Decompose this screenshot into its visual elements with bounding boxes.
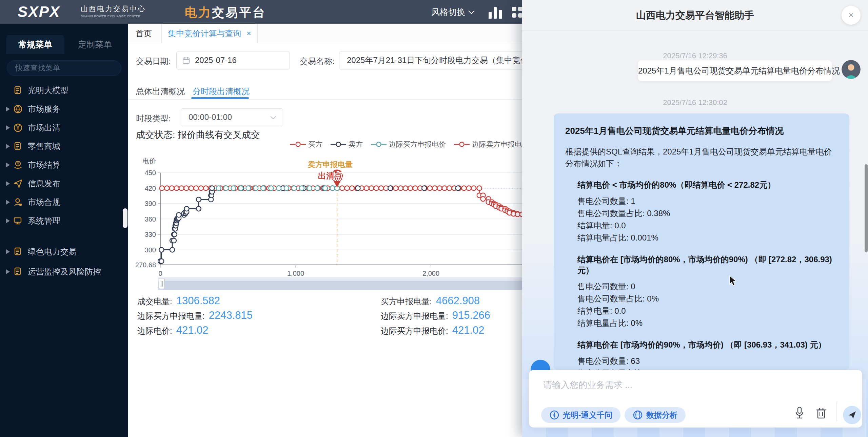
chevron-down-icon — [271, 113, 276, 119]
legend-item-3[interactable]: 边际卖方申报电价 — [454, 140, 522, 149]
expand-arrow-icon — [6, 144, 10, 149]
sidebar-search-input[interactable] — [7, 61, 121, 76]
sidebar-item-9[interactable]: 运营监控及风险防控 — [0, 265, 128, 278]
expand-arrow-icon — [6, 218, 10, 223]
chart-datazoom-slider[interactable] — [158, 277, 522, 290]
sidebar-item-8[interactable]: 绿色电力交易 — [0, 245, 128, 258]
stat-1: 买方申报电量:4662.908 — [381, 295, 480, 307]
calendar-icon — [182, 56, 190, 64]
monitor-icon — [13, 216, 23, 226]
assistant-header: 山西电力交易平台智能助手 — [522, 0, 868, 30]
trade-date-label: 交易日期: — [136, 56, 171, 67]
main-content: 首页 集中竞价计算与查询 × 交易日期: 交易名称: 总体出清概况 分时段出清概… — [128, 24, 522, 437]
legend-marker-icon — [290, 142, 306, 147]
svg-text:1,000: 1,000 — [287, 270, 304, 277]
trade-date-field[interactable] — [176, 51, 290, 69]
tab-close-icon[interactable]: × — [247, 29, 251, 38]
toolbar-divider — [836, 402, 836, 421]
product-title: 电力交易平台 — [185, 4, 266, 21]
subtab-overall[interactable]: 总体出清概况 — [136, 86, 185, 97]
stat-0: 成交电量:1306.582 — [137, 295, 220, 307]
trash-icon[interactable] — [815, 407, 827, 419]
deal-status: 成交状态: 报价曲线有交叉成交 — [136, 129, 260, 141]
chart-legend: 买方卖方边际买方申报电价边际卖方申报电价边际 — [290, 139, 522, 150]
sidebar-item-5[interactable]: 信息发布 — [0, 177, 128, 190]
microphone-icon[interactable] — [794, 407, 805, 419]
assistant-close-button[interactable]: × — [842, 6, 861, 25]
app-root: SXPX 山西电力交易中心 SHANXI POWER EXCHANGE CENT… — [0, 0, 868, 437]
legend-item-2[interactable]: 边际买方申报电价 — [371, 140, 446, 149]
panel-scrollbar-thumb[interactable] — [865, 164, 868, 252]
legend-marker-icon — [331, 142, 346, 147]
svg-text:390: 390 — [145, 200, 156, 207]
sidebar-item-6[interactable]: 市场合规 — [0, 195, 128, 209]
chevron-down-icon — [468, 8, 474, 14]
user-icon — [13, 197, 23, 207]
period-type-select[interactable]: 00:00-01:00 — [181, 108, 283, 126]
doc-icon — [13, 267, 23, 277]
stat-2: 边际买方申报电量:2243.815 — [137, 309, 253, 321]
svg-text:电价: 电价 — [142, 157, 156, 165]
globe-icon — [13, 104, 23, 114]
price-curve-chart[interactable]: 450420390360330300270.68电价01,0002,000卖方申… — [128, 149, 522, 279]
sidebar-tab-custom[interactable]: 定制菜单 — [68, 35, 122, 54]
svg-text:0: 0 — [158, 270, 162, 277]
stat-3: 边际卖方申报电量:915.266 — [381, 309, 490, 321]
trade-name-label: 交易名称: — [300, 56, 335, 67]
response-sections: 结算电价 < 市场均价的80%（即结算电价 < 272.82元）售电公司数量: … — [565, 180, 838, 370]
page-tabbar: 首页 集中竞价计算与查询 × — [128, 24, 522, 43]
svg-text:270.68: 270.68 — [135, 261, 156, 269]
user-avatar — [842, 60, 861, 79]
chat-input[interactable] — [542, 377, 821, 392]
stat-4: 边际电价:421.02 — [137, 324, 209, 336]
tab-home[interactable]: 首页 — [136, 24, 152, 43]
sidebar-item-7[interactable]: 系统管理 — [0, 214, 128, 228]
subtab-divider — [128, 99, 522, 100]
data-analysis-pill[interactable]: 数据分析 — [625, 407, 686, 423]
datazoom-handle[interactable] — [159, 278, 165, 289]
compass-icon — [549, 410, 559, 420]
svg-text:450: 450 — [145, 169, 156, 176]
model-pill-tongyi[interactable]: 光明-通义千问 — [541, 407, 620, 423]
trade-name-field[interactable] — [339, 51, 522, 69]
sidebar-item-2[interactable]: 市场出清 — [0, 121, 128, 134]
expand-arrow-icon — [6, 107, 10, 111]
send-icon — [847, 410, 857, 420]
expand-arrow-icon — [6, 88, 10, 93]
assistant-panel: 山西电力交易平台智能助手 × 2025/7/16 12:29:36 2025年1… — [522, 0, 868, 437]
legend-marker-icon — [371, 142, 387, 147]
legend-item-0[interactable]: 买方 — [290, 140, 322, 149]
period-type-label: 时段类型: — [136, 113, 171, 124]
sidebar-item-3[interactable]: 零售商城 — [0, 140, 128, 153]
style-switch-dropdown[interactable]: 风格切换 — [431, 6, 474, 18]
subtab-period[interactable]: 分时段出清概况 — [193, 86, 250, 97]
svg-text:出清点: 出清点 — [318, 171, 342, 180]
doc-icon — [13, 247, 23, 257]
assistant-response-bubble: 2025年1月售电公司现货交易单元结算电量电价分布情况 根据提供的SQL查询结果… — [554, 113, 849, 370]
sidebar-tab-regular[interactable]: 常规菜单 — [6, 35, 64, 54]
assistant-title: 山西电力交易平台智能助手 — [522, 0, 868, 30]
svg-text:360: 360 — [145, 215, 156, 223]
chat-input-card: 光明-通义千问 数据分析 — [529, 370, 862, 428]
bar-chart-icon[interactable] — [489, 6, 504, 19]
sidebar-item-0[interactable]: 光明大模型 — [0, 84, 128, 97]
sidebar: 常规菜单 定制菜单 光明大模型市场服务市场出清零售商城¥市场结算信息发布市场合规… — [0, 24, 128, 437]
sxpx-logo: SXPX — [18, 3, 60, 20]
legend-marker-icon — [454, 142, 470, 147]
expand-arrow-icon — [6, 200, 10, 205]
sidebar-search[interactable] — [7, 60, 121, 76]
stat-5: 边际买方申报电价:421.02 — [381, 324, 485, 336]
send-button[interactable] — [843, 406, 861, 424]
user-message-bubble: 2025年1月售电公司现货交易单元结算电量电价分布情况 — [638, 60, 832, 81]
sidebar-item-1[interactable]: 市场服务 — [0, 102, 128, 116]
sidebar-scrollbar[interactable] — [123, 208, 127, 228]
trade-date-input[interactable] — [194, 55, 290, 65]
doc-icon — [13, 85, 23, 96]
tab-bidding-query[interactable]: 集中竞价计算与查询 × — [161, 24, 258, 43]
trade-name-input[interactable] — [346, 55, 522, 65]
legend-item-1[interactable]: 卖方 — [331, 140, 363, 149]
message-timestamp: 2025/7/16 12:30:02 — [522, 98, 868, 107]
response-intro: 根据提供的SQL查询结果，2025年1月售电公司现货交易单元结算电量电价分布情况… — [565, 146, 838, 169]
sidebar-item-4[interactable]: ¥市场结算 — [0, 158, 128, 172]
svg-text:330: 330 — [145, 231, 156, 238]
